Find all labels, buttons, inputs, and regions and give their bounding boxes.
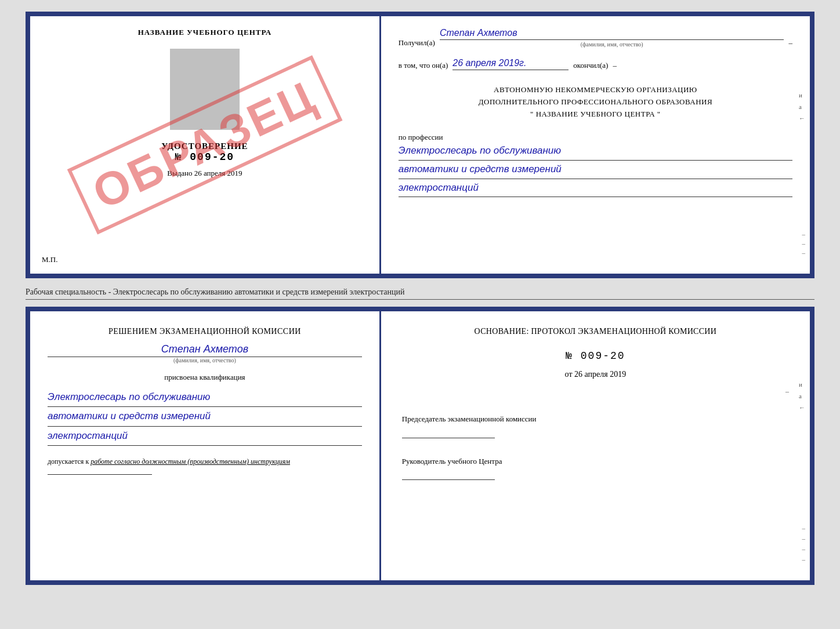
side-marks-top: и а ← [799,92,805,122]
specialty-label: Рабочая специальность - Электрослесарь п… [26,285,814,300]
org-line1: АВТОНОМНУЮ НЕКОММЕРЧЕСКУЮ ОРГАНИЗАЦИЮ [399,84,792,96]
cert-number: № 009-20 [175,151,234,163]
top-document: НАЗВАНИЕ УЧЕБНОГО ЦЕНТРА УДОСТОВЕРЕНИЕ №… [26,12,814,278]
received-name: Степан Ахметов [440,28,784,40]
profession-section: по профессии Электрослесарь по обслужива… [399,128,792,197]
received-label: Получил(а) [399,38,435,48]
director-label: Руководитель учебного Центра [402,456,789,467]
issued-date: Выдано 26 апреля 2019 [167,169,242,178]
decision-title: Решением экзаменационной комиссии [48,325,362,337]
protocol-date-prefix: от [565,370,573,379]
issued-label: Выдано [167,169,192,177]
protocol-date: от 26 апреля 2019 [402,370,789,379]
school-name-header: НАЗВАНИЕ УЧЕБНОГО ЦЕНТРА [138,28,272,37]
bottom-right-marks: – – – [802,231,805,256]
prof-line1: Электрослесарь по обслуживанию [399,142,792,161]
person-name: Степан Ахметов [48,343,362,357]
org-line2: ДОПОЛНИТЕЛЬНОГО ПРОФЕССИОНАЛЬНОГО ОБРАЗО… [399,96,792,108]
prof-line2: автоматики и средств измерений [399,161,792,179]
qual-line3: электростанций [48,427,362,446]
document-wrapper: НАЗВАНИЕ УЧЕБНОГО ЦЕНТРА УДОСТОВЕРЕНИЕ №… [26,12,814,585]
bottom-right-dashes: – – – – [802,525,805,563]
qual-line1: Электрослесарь по обслуживанию [48,388,362,407]
finished-label: окончил(а) [573,61,608,70]
issued-date-value: 26 апреля 2019 [194,169,242,177]
qualification-block: Электрослесарь по обслуживанию автоматик… [48,388,362,446]
in-that-row: в том, что он(а) 26 апреля 2019г. окончи… [399,58,792,70]
photo-placeholder [170,49,240,130]
dash1: – [788,38,792,48]
prof-label: по профессии [399,133,792,142]
mp-label: М.П. [42,255,57,264]
org-line3: " НАЗВАНИЕ УЧЕБНОГО ЦЕНТРА " [399,108,792,121]
dash-right1: – [402,387,789,396]
side-mark-a: а [799,103,805,110]
bottom-right-side-marks: и а ← [799,381,805,411]
top-left-panel: НАЗВАНИЕ УЧЕБНОГО ЦЕНТРА УДОСТОВЕРЕНИЕ №… [30,16,381,274]
bottom-document: Решением экзаменационной комиссии Степан… [26,307,814,585]
prof-line3: электростанций [399,179,792,198]
protocol-number: № 009-20 [402,350,789,362]
top-right-panel: Получил(а) Степан Ахметов (фамилия, имя,… [381,16,810,274]
assigned-label: присвоена квалификация [48,373,362,382]
allowed-block: допускается к работе согласно должностны… [48,457,362,466]
allowed-label: допускается к [48,457,89,466]
side-mark-i: и [799,92,805,99]
chairman-label: Председатель экзаменационной комиссии [402,413,789,425]
bottom-left-panel: Решением экзаменационной комиссии Степан… [30,311,381,580]
qual-line2: автоматики и средств измерений [48,407,362,426]
chairman-sig-line [402,438,495,438]
dash2: – [613,61,617,70]
side-mark-arrow: ← [799,115,805,122]
certificate-title: УДОСТОВЕРЕНИЕ [161,141,248,151]
in-that-date: 26 апреля 2019г. [452,58,569,70]
org-text: АВТОНОМНУЮ НЕКОММЕРЧЕСКУЮ ОРГАНИЗАЦИЮ ДО… [399,84,792,120]
in-that-label: в том, что он(а) [399,61,448,70]
protocol-date-value: 26 апреля 2019 [574,370,626,379]
basis-title: Основание: протокол экзаменационной коми… [402,325,789,337]
bottom-right-panel: Основание: протокол экзаменационной коми… [381,311,810,580]
name-sub-top: (фамилия, имя, отчество) [440,41,784,48]
name-sub-bottom: (фамилия, имя, отчество) [48,357,362,363]
director-sig-line [402,479,495,480]
received-row: Получил(а) Степан Ахметов (фамилия, имя,… [399,28,792,48]
allowed-value: работе согласно должностным (производств… [90,457,290,466]
person-block: Степан Ахметов (фамилия, имя, отчество) [48,343,362,363]
signature-line-left [48,474,152,475]
